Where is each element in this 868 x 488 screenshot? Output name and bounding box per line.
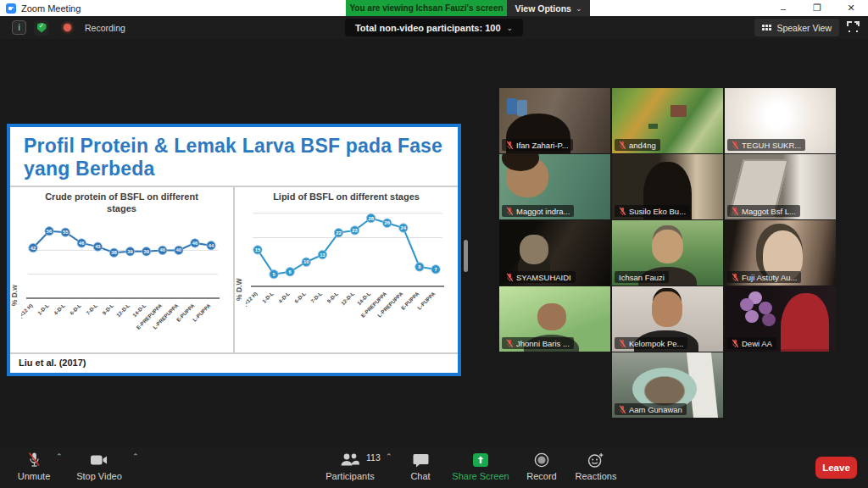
participant-name: Maggot indra... [516, 207, 570, 216]
svg-text:46: 46 [192, 241, 198, 246]
participant-name: Ifan Zahari-P... [516, 141, 569, 150]
non-video-participants-dropdown[interactable]: Total non-video participants: 100 ⌄ [345, 19, 523, 36]
video-options-chevron[interactable]: ⌃ [132, 452, 139, 461]
svg-text:9-D-L: 9-D-L [101, 302, 114, 315]
muted-mic-icon [732, 273, 739, 282]
muted-mic-icon [732, 339, 739, 348]
participant-name-bar: Aam Gunawan [615, 403, 687, 415]
svg-text:46: 46 [79, 241, 85, 246]
non-video-participants-label: Total non-video participants: 100 [355, 23, 501, 33]
participant-tile[interactable]: Ichsan Fauzi [612, 220, 723, 286]
participant-tile[interactable]: Maggot indra... [499, 154, 610, 219]
participant-tile[interactable]: and4ng [612, 88, 723, 153]
reactions-smiley-icon [587, 451, 604, 469]
meeting-info-left: i Recording [12, 20, 125, 36]
view-options-dropdown[interactable]: View Options ⌄ [507, 0, 590, 16]
svg-text:38: 38 [111, 250, 117, 255]
unmute-label: Unmute [18, 471, 51, 481]
reactions-button[interactable]: Reactions [570, 451, 622, 481]
leave-button[interactable]: Leave [815, 457, 857, 479]
stop-video-button[interactable]: Stop Video [71, 451, 127, 481]
stop-video-label: Stop Video [76, 471, 122, 481]
muted-mic-icon [619, 141, 626, 150]
svg-text:40: 40 [176, 247, 181, 252]
participant-name: Ichsan Fauzi [619, 273, 665, 282]
muted-mic-icon [619, 339, 626, 348]
muted-mic-icon [506, 141, 514, 150]
svg-text:6-D-L: 6-D-L [293, 291, 307, 304]
svg-text:L-PUPPA: L-PUPPA [416, 290, 437, 310]
chevron-down-icon: ⌄ [507, 24, 514, 32]
participant-name: TEGUH SUKR... [742, 141, 801, 150]
svg-text:12-D-L: 12-D-L [340, 291, 356, 307]
svg-text:44: 44 [209, 243, 214, 248]
muted-mic-icon [732, 141, 739, 150]
record-icon [534, 451, 549, 469]
participant-name-bar: and4ng [615, 139, 660, 151]
panel-resize-handle[interactable] [464, 240, 468, 272]
svg-text:55: 55 [63, 230, 69, 235]
protein-chart-title: Crude protein of BSFL on different stage… [10, 187, 233, 215]
svg-text:26: 26 [385, 220, 391, 225]
unmute-button[interactable]: Unmute [10, 451, 58, 481]
participant-tile[interactable]: Susilo Eko Bu... [612, 154, 723, 219]
participant-name-bar: TEGUH SUKR... [727, 139, 805, 151]
participant-tile[interactable]: Maggot Bsf L... [725, 154, 836, 219]
minimize-button[interactable]: – [766, 0, 800, 16]
svg-text:22: 22 [336, 230, 341, 236]
participant-name-bar: Jhonni Baris ... [502, 337, 574, 349]
participant-tile[interactable]: Fuji Astuty Au... [725, 220, 836, 286]
participant-tile[interactable]: SYAMSUHAIDI [499, 220, 610, 286]
participant-tile[interactable]: TEGUH SUKR... [725, 88, 836, 153]
svg-text:4-D-L: 4-D-L [277, 291, 291, 304]
participant-name: SYAMSUHAIDI [516, 273, 571, 282]
participant-tile[interactable]: Jhonni Baris ... [499, 286, 610, 352]
muted-mic-icon [506, 273, 514, 282]
participant-name: Jhonni Baris ... [516, 339, 570, 348]
share-screen-icon [472, 451, 489, 469]
participant-name-bar: Maggot Bsf L... [727, 205, 800, 217]
meeting-info-icon[interactable]: i [12, 20, 26, 35]
participant-tile[interactable]: Aam Gunawan [612, 352, 723, 418]
protein-chart-panel: Crude protein of BSFL on different stage… [10, 187, 235, 352]
speaker-view-label: Speaker View [776, 23, 832, 33]
fullscreen-icon[interactable] [847, 21, 860, 34]
participant-tile[interactable]: Dewi AA [725, 286, 836, 352]
participant-tile[interactable]: Ifan Zahari-P... [499, 88, 610, 153]
participant-name-bar: Ichsan Fauzi [615, 271, 669, 283]
zoom-logo-icon [6, 3, 16, 14]
participant-name: Dewi AA [742, 339, 772, 348]
protein-chart-ylabel: % D.w [10, 215, 21, 352]
svg-text:39: 39 [143, 249, 149, 254]
chat-bubble-icon [413, 451, 429, 469]
svg-text:10: 10 [303, 259, 309, 264]
muted-mic-icon [732, 207, 739, 216]
chevron-down-icon: ⌄ [576, 4, 582, 13]
slide-citation: Liu et al. (2017) [10, 352, 458, 373]
participant-name: and4ng [629, 141, 656, 150]
close-button[interactable]: ✕ [834, 0, 868, 16]
chat-button[interactable]: Chat [402, 451, 439, 481]
mic-options-chevron[interactable]: ⌃ [56, 452, 63, 461]
muted-mic-icon [619, 405, 626, 414]
speaker-view-button[interactable]: Speaker View [754, 19, 839, 36]
restore-button[interactable]: ❐ [800, 0, 834, 16]
record-label: Record [526, 471, 556, 481]
participant-name-bar: Kelompok Pe... [615, 337, 687, 349]
share-screen-button[interactable]: Share Screen [447, 451, 515, 481]
grid-view-icon [762, 25, 771, 30]
participant-name-bar: SYAMSUHAIDI [502, 271, 576, 283]
shared-screen-slide: Profil Protein & Lemak Larva BSF pada Fa… [7, 124, 461, 376]
participants-options-chevron[interactable]: ⌃ [386, 452, 392, 461]
participant-name-bar: Ifan Zahari-P... [502, 139, 573, 151]
security-shield-icon[interactable] [34, 20, 49, 36]
record-button[interactable]: Record [522, 451, 561, 481]
muted-mic-icon [27, 451, 42, 469]
lipid-chart-ylabel: % D.W [235, 203, 246, 352]
muted-mic-icon [619, 207, 626, 216]
svg-text:4-D-L: 4-D-L [53, 302, 66, 315]
participants-video-grid: Ifan Zahari-P... and4ng TEGUH SUKR... Ma… [499, 88, 836, 419]
muted-mic-icon [506, 339, 514, 348]
participant-tile[interactable]: Kelompok Pe... [612, 286, 723, 352]
meeting-info-right: Speaker View [754, 19, 860, 36]
